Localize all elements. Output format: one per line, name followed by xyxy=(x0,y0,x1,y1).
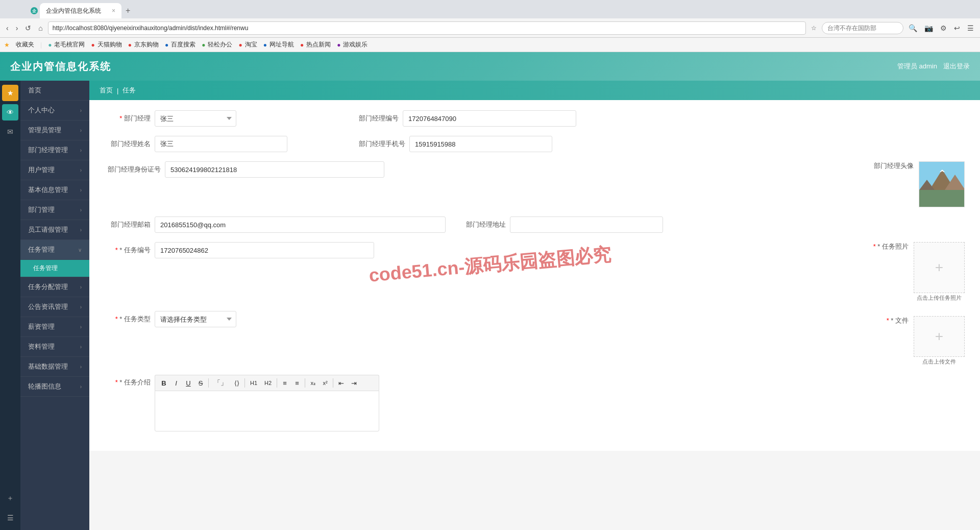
chevron-right-icon-2: › xyxy=(80,128,82,133)
rte-indent-left-button[interactable]: ⇤ xyxy=(335,377,347,389)
refresh-page-icon[interactable]: ↩ xyxy=(952,23,962,33)
bookmark-redian[interactable]: ● 热点新闻 xyxy=(300,40,331,49)
file-upload-label: * * 文件 xyxy=(887,316,909,325)
home-button[interactable]: ⌂ xyxy=(36,23,44,33)
task-type-select[interactable]: 请选择任务类型 xyxy=(155,311,236,327)
rte-indent-right-button[interactable]: ⇥ xyxy=(348,377,360,389)
rte-strikethrough-button[interactable]: S xyxy=(195,377,206,389)
rte-divider-5 xyxy=(333,378,333,388)
logout-button[interactable]: 退出登录 xyxy=(943,62,970,71)
file-upload-button[interactable]: + xyxy=(914,316,965,357)
sidebar-item-salary[interactable]: 薪资管理 › xyxy=(20,317,89,337)
rte-italic-button[interactable]: I xyxy=(170,377,182,389)
rte-bold-button[interactable]: B xyxy=(158,377,169,389)
sidebar-item-deptmgr[interactable]: 部门经理管理 › xyxy=(20,140,89,160)
task-photo-label: * * 任务照片 xyxy=(873,242,909,251)
rte-underline-button[interactable]: U xyxy=(183,377,194,389)
sidebar-item-dept[interactable]: 部门管理 › xyxy=(20,200,89,220)
chevron-right-icon-6: › xyxy=(80,207,82,213)
rte-code-button[interactable]: ⟨⟩ xyxy=(231,377,242,389)
sidebar-item-announcement[interactable]: 公告资讯管理 › xyxy=(20,297,89,317)
nav-home[interactable]: 首页 xyxy=(20,81,89,101)
file-upload-hint: 点击上传文件 xyxy=(922,358,956,366)
search-button[interactable]: 🔍 xyxy=(906,23,919,33)
screenshot-icon[interactable]: 📷 xyxy=(922,23,935,33)
chevron-right-icon-12: › xyxy=(80,364,82,370)
new-tab-button[interactable]: + xyxy=(121,6,134,15)
chevron-right-icon-10: › xyxy=(80,324,82,330)
task-no-photo-row: * * 任务编号 * * 任务照片 + 点击上传任务照片 xyxy=(105,242,965,302)
dept-manager-photo-label: 部门经理头像 xyxy=(874,161,914,171)
bookmark-icon[interactable]: ☆ xyxy=(809,23,819,33)
url-input[interactable] xyxy=(48,21,806,35)
sidebar-item-data[interactable]: 资料管理 › xyxy=(20,337,89,357)
bookmark-lmt[interactable]: ● 老毛桃官网 xyxy=(48,40,85,49)
bookmark-jd[interactable]: ● 京东购物 xyxy=(128,40,159,49)
forward-button[interactable]: › xyxy=(14,23,20,33)
sidebar-item-personal-label: 个人中心 xyxy=(28,106,55,115)
refresh-button[interactable]: ↺ xyxy=(23,23,33,33)
dept-manager-phone-input[interactable] xyxy=(409,136,552,152)
bookmark-lmt-label: 老毛桃官网 xyxy=(54,40,85,49)
sidebar-icon-star[interactable]: ★ xyxy=(2,85,18,101)
sidebar-icon-message[interactable]: ✉ xyxy=(2,124,18,140)
sidebar-sub-task-mgmt[interactable]: 任务管理 xyxy=(20,260,89,277)
bookmark-tmall[interactable]: ● 天猫购物 xyxy=(91,40,121,49)
bookmark-youxi[interactable]: ● 游戏娱乐 xyxy=(337,40,368,49)
rte-content-area[interactable] xyxy=(155,391,379,431)
sidebar-item-task[interactable]: 任务管理 ∨ xyxy=(20,240,89,260)
rte-superscript-button[interactable]: x² xyxy=(320,377,331,389)
rte-divider-2 xyxy=(244,378,245,388)
dept-manager-idcard-input[interactable] xyxy=(165,161,384,178)
bookmark-star: ★ xyxy=(4,41,10,49)
tab-close-button[interactable]: × xyxy=(112,7,115,14)
sidebar-item-users[interactable]: 用户管理 › xyxy=(20,160,89,180)
bookmark-taobao[interactable]: ● 淘宝 xyxy=(238,40,257,49)
sidebar-icon-eye[interactable]: 👁 xyxy=(2,104,18,121)
search-input[interactable] xyxy=(822,22,903,34)
plus-icon: + xyxy=(935,259,943,276)
active-tab[interactable]: 企业内管信息化系统 × xyxy=(40,3,121,18)
sidebar-item-personal[interactable]: 个人中心 › xyxy=(20,101,89,121)
dept-manager-id-field: 部门经理编号 xyxy=(359,110,576,127)
dept-manager-addr-input[interactable] xyxy=(510,216,663,233)
breadcrumb: 首页 | 任务 xyxy=(89,81,980,100)
bookmark-wangzhidaohang[interactable]: ● 网址导航 xyxy=(263,40,294,49)
bookmark-favorites-label: 收藏夹 xyxy=(16,40,34,49)
back-button[interactable]: ‹ xyxy=(4,23,11,33)
dept-manager-photo-image[interactable] xyxy=(919,161,965,207)
task-photo-upload-button[interactable]: + xyxy=(914,242,965,293)
bookmark-qingsonggongzuo[interactable]: ● 轻松办公 xyxy=(202,40,232,49)
sidebar-icon-add[interactable]: ＋ xyxy=(2,490,18,507)
sidebar-item-admin[interactable]: 管理员管理 › xyxy=(20,121,89,140)
menu-icon[interactable]: ☰ xyxy=(965,23,976,33)
dept-manager-select[interactable]: 张三 xyxy=(155,110,236,127)
sidebar-item-basedata[interactable]: 基础数据管理 › xyxy=(20,357,89,377)
settings-icon[interactable]: ⚙ xyxy=(938,23,949,33)
rte-subscript-button[interactable]: x₂ xyxy=(307,377,318,389)
id-card-photo-row: 部门经理身份证号 部门经理头像 xyxy=(105,161,965,207)
dept-manager-email-input[interactable] xyxy=(155,216,446,233)
dept-manager-id-input[interactable] xyxy=(403,110,576,127)
breadcrumb-home[interactable]: 首页 xyxy=(100,86,113,95)
dept-manager-name-input[interactable] xyxy=(155,136,287,152)
sidebar-item-carousel[interactable]: 轮播图信息 › xyxy=(20,377,89,397)
bookmark-favorites[interactable]: 收藏夹 xyxy=(16,40,34,49)
dept-manager-photo-section: 部门经理头像 xyxy=(874,161,965,207)
bookmark-baidu[interactable]: ● 百度搜索 xyxy=(165,40,195,49)
rte-ol-button[interactable]: ≡ xyxy=(291,377,303,389)
rte-h1-button[interactable]: H1 xyxy=(247,377,260,389)
sidebar-item-basicinfo[interactable]: 基本信息管理 › xyxy=(20,180,89,200)
sidebar-item-taskassign[interactable]: 任务分配管理 › xyxy=(20,277,89,297)
rte-quote-button[interactable]: 「」 xyxy=(211,377,230,389)
rte-divider-4 xyxy=(305,378,305,388)
task-no-input[interactable] xyxy=(155,242,374,258)
rte-h2-button[interactable]: H2 xyxy=(261,377,275,389)
sidebar-item-leave[interactable]: 员工请假管理 › xyxy=(20,220,89,240)
sidebar-icon-menu[interactable]: ☰ xyxy=(2,510,18,526)
rte-ul-button[interactable]: ≡ xyxy=(279,377,290,389)
chevron-right-icon-8: › xyxy=(80,284,82,290)
rte-container: B I U S 「」 ⟨⟩ H1 H2 ≡ ≡ xyxy=(155,375,379,431)
dept-manager-idcard-field: 部门经理身份证号 xyxy=(105,161,384,178)
dept-manager-idcard-label: 部门经理身份证号 xyxy=(105,165,161,174)
